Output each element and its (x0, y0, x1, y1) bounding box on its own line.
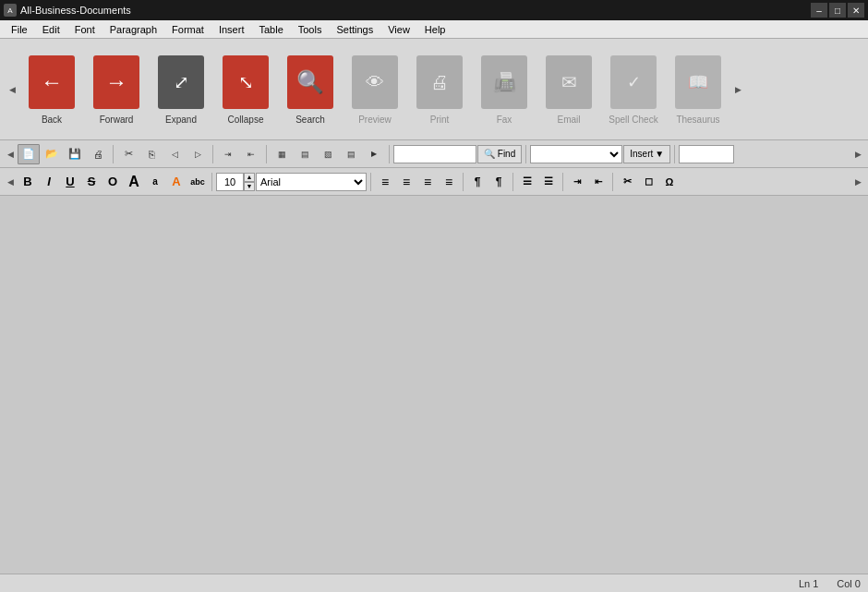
find-input[interactable] (393, 145, 476, 163)
size-dn-button[interactable]: a (145, 172, 165, 192)
italic-button[interactable]: I (39, 172, 59, 192)
paste-right-button[interactable]: ▷ (187, 144, 209, 164)
color-picker[interactable] (679, 145, 734, 163)
indent-fmt-button[interactable]: ⇥ (567, 172, 587, 192)
spell-sm-button[interactable]: abc (187, 172, 208, 192)
fax-button: 📠 Fax (473, 44, 536, 135)
align-right-button[interactable]: ≡ (417, 172, 438, 192)
font-size-down[interactable]: ▼ (244, 182, 255, 191)
find-button[interactable]: 🔍 Find (477, 145, 522, 163)
back-button[interactable]: ← Back (20, 44, 83, 135)
titlebar-controls: – □ ✕ (811, 3, 864, 18)
email-icon-box: ✉ (545, 54, 593, 111)
copy-button[interactable]: ⎘ (140, 144, 163, 164)
sep-f6 (612, 173, 613, 191)
menu-tools[interactable]: Tools (291, 22, 330, 37)
minimize-button[interactable]: – (811, 3, 827, 18)
expand-button[interactable]: ⤢ Expand (150, 44, 212, 135)
insert-button[interactable]: Insert ▼ (623, 145, 670, 163)
menu-help[interactable]: Help (417, 22, 453, 37)
back-label: Back (42, 115, 62, 125)
bold-button[interactable]: B (18, 172, 38, 192)
font-size-up[interactable]: ▲ (244, 173, 255, 182)
para2-button[interactable]: ¶ (488, 172, 509, 192)
para1-button[interactable]: ¶ (467, 172, 488, 192)
menu-view[interactable]: View (380, 22, 417, 37)
save-button[interactable]: 💾 (64, 144, 86, 164)
underline-button[interactable]: U (60, 172, 80, 192)
new-button[interactable]: 📄 (18, 144, 40, 164)
search-icon: 🔍 (287, 55, 333, 109)
open-button[interactable]: 📂 (41, 144, 63, 164)
table4-button[interactable]: ▤ (340, 144, 362, 164)
preview-icon-box: 👁 (351, 54, 399, 111)
outline-button[interactable]: O (102, 172, 123, 192)
menu-settings[interactable]: Settings (329, 22, 380, 37)
paste-left-button[interactable]: ◁ (163, 144, 186, 164)
fmt-scroll-left[interactable]: ◀ (4, 177, 17, 187)
toolbar-scroll-right[interactable]: ▶ (731, 85, 744, 94)
cut-button[interactable]: ✂ (117, 144, 139, 164)
collapse-button[interactable]: ⤡ Collapse (214, 44, 277, 135)
close-button[interactable]: ✕ (848, 3, 864, 18)
print-icon-box: 🖨 (416, 54, 464, 111)
print-sm-button[interactable]: 🖨 (87, 144, 109, 164)
print-label: Print (430, 115, 450, 125)
menu-edit[interactable]: Edit (35, 22, 67, 37)
expand-icon-box: ⤢ (157, 54, 205, 111)
thesaurus-icon: 📖 (675, 55, 721, 109)
sm-scroll-right[interactable]: ▶ (851, 150, 864, 159)
sep1 (113, 145, 114, 163)
sep2 (212, 145, 213, 163)
titlebar: A All-Business-Documents – □ ✕ (0, 0, 868, 20)
app-title: All-Business-Documents (20, 5, 131, 16)
spellcheck-icon: ✓ (610, 55, 657, 109)
toolbar-format: ◀ B I U S O A a A abc ▲ ▼ Arial ≡ ≡ ≡ (0, 168, 868, 196)
square-button[interactable]: ◻ (638, 172, 658, 192)
menu-insert[interactable]: Insert (211, 22, 252, 37)
preview-label: Preview (358, 115, 392, 125)
outdent-button[interactable]: ⇤ (240, 144, 262, 164)
back-icon-box: ← (28, 54, 76, 111)
search-button[interactable]: 🔍 Search (279, 44, 342, 135)
bullet-list-button[interactable]: ☰ (517, 172, 537, 192)
search-icon-box: 🔍 (286, 54, 334, 111)
scissors-button[interactable]: ✂ (617, 172, 637, 192)
search-label: Search (295, 115, 325, 125)
align-center-button[interactable]: ≡ (396, 172, 416, 192)
special-button[interactable]: Ω (659, 172, 680, 192)
numbered-list-button[interactable]: ☰ (538, 172, 559, 192)
highlight-button[interactable]: A (166, 172, 187, 192)
more-button[interactable]: ▶ (363, 144, 385, 164)
titlebar-left: A All-Business-Documents (4, 4, 131, 17)
font-size-input[interactable] (216, 173, 244, 191)
menu-font[interactable]: Font (67, 22, 102, 37)
menu-file[interactable]: File (4, 22, 35, 37)
editor-area[interactable] (0, 196, 868, 574)
align-justify-button[interactable]: ≡ (439, 172, 459, 192)
fmt-scroll-right[interactable]: ▶ (851, 177, 864, 187)
outdent-fmt-button[interactable]: ⇤ (588, 172, 609, 192)
insert-dropdown[interactable] (530, 145, 622, 163)
indent-button[interactable]: ⇥ (217, 144, 239, 164)
font-name-select[interactable]: Arial (256, 173, 367, 191)
menu-format[interactable]: Format (164, 22, 211, 37)
table3-button[interactable]: ▧ (317, 144, 339, 164)
strikethrough-button[interactable]: S (81, 172, 102, 192)
sm-scroll-left[interactable]: ◀ (4, 150, 17, 159)
toolbar-scroll-left[interactable]: ◀ (6, 85, 18, 94)
table1-button[interactable]: ▦ (271, 144, 293, 164)
maximize-button[interactable]: □ (829, 3, 846, 18)
menu-table[interactable]: Table (251, 22, 290, 37)
status-line: Ln 1 (799, 578, 818, 589)
forward-icon: → (93, 55, 139, 109)
size-up-button[interactable]: A (124, 172, 144, 192)
preview-button: 👁 Preview (344, 44, 406, 135)
align-left-button[interactable]: ≡ (375, 172, 395, 192)
email-icon: ✉ (546, 55, 592, 109)
forward-button[interactable]: → Forward (85, 44, 148, 135)
thesaurus-icon-box: 📖 (674, 54, 722, 111)
print-button: 🖨 Print (408, 44, 471, 135)
menu-paragraph[interactable]: Paragraph (102, 22, 164, 37)
table2-button[interactable]: ▤ (294, 144, 316, 164)
